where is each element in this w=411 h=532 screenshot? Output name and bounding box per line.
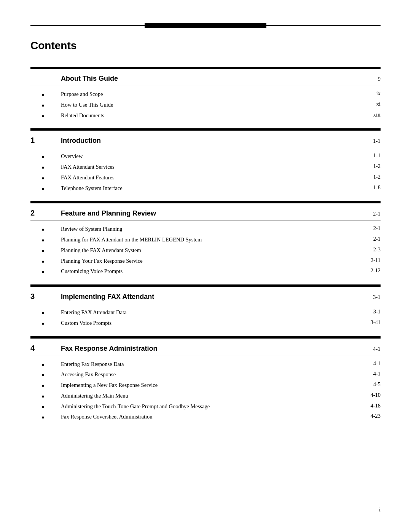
list-item: ■FAX Attendant Features1-2 <box>30 173 381 183</box>
bullet-icon: ■ <box>42 321 44 326</box>
list-item: ■FAX Attendant Services1-2 <box>30 162 381 173</box>
item-text: Review of System Planning <box>61 225 358 233</box>
section-header-ch1: 1Introduction1-1 <box>30 131 381 148</box>
item-text: Telephone System Interface <box>61 184 358 193</box>
list-item: ■Purpose and Scopeix <box>30 89 381 100</box>
item-page: 4-1 <box>358 360 381 367</box>
item-text: How to Use This Guide <box>61 101 358 109</box>
list-item: ■Implementing a New Fax Response Service… <box>30 380 381 391</box>
section-items-ch3: ■Entering FAX Attendant Data3-1■Custom V… <box>30 304 381 336</box>
item-page: 1-2 <box>358 174 381 180</box>
item-page: 1-8 <box>358 184 381 191</box>
bullet-icon: ■ <box>42 383 44 388</box>
item-text: Fax Response Coversheet Administration <box>61 413 358 421</box>
item-bullet-area: ■ <box>30 392 61 398</box>
item-bullet-area: ■ <box>30 101 61 107</box>
page-title: Contents <box>30 40 381 52</box>
section-page-ch1: 1-1 <box>358 138 381 144</box>
section-ch1: 1Introduction1-1■Overview1-1■FAX Attenda… <box>30 128 381 201</box>
bullet-icon: ■ <box>42 394 44 398</box>
item-page: 2-1 <box>358 236 381 242</box>
item-bullet-area: ■ <box>30 308 61 315</box>
item-page: xiii <box>358 112 381 118</box>
page: Contents About This Guide9■Purpose and S… <box>0 0 411 532</box>
item-text: Administering the Touch-Tone Gate Prompt… <box>61 403 358 411</box>
section-page-about: 9 <box>358 76 381 82</box>
item-text: Customizing Voice Prompts <box>61 267 358 276</box>
item-bullet-area: ■ <box>30 257 61 264</box>
item-text: Purpose and Scope <box>61 90 358 99</box>
top-bar <box>30 23 381 28</box>
item-text: Administering the Main Menu <box>61 392 358 400</box>
list-item: ■How to Use This Guidexi <box>30 100 381 110</box>
item-page: 3-1 <box>358 308 381 315</box>
bullet-icon: ■ <box>42 165 44 169</box>
item-text: Entering FAX Attendant Data <box>61 308 358 317</box>
item-bullet-area: ■ <box>30 413 61 419</box>
item-bullet-area: ■ <box>30 381 61 388</box>
item-text: Planning for FAX Attendant on the MERLIN… <box>61 236 358 244</box>
list-item: ■Related Documentsxiii <box>30 110 381 121</box>
item-page: 2-12 <box>358 267 381 274</box>
item-text: Related Documents <box>61 112 358 120</box>
bullet-icon: ■ <box>42 176 44 180</box>
item-bullet-area: ■ <box>30 319 61 326</box>
section-title-ch2: Feature and Planning Review <box>61 209 358 217</box>
item-bullet-area: ■ <box>30 163 61 169</box>
bullet-icon: ■ <box>42 155 44 159</box>
top-bar-right-line <box>266 25 381 26</box>
bullet-icon: ■ <box>42 93 44 97</box>
section-items-about: ■Purpose and Scopeix■How to Use This Gui… <box>30 86 381 128</box>
bullet-icon: ■ <box>42 187 44 191</box>
item-text: FAX Attendant Services <box>61 163 358 171</box>
section-ch3: 3Implementing FAX Attendant3-1■Entering … <box>30 284 381 336</box>
item-bullet-area: ■ <box>30 184 61 191</box>
bullet-icon: ■ <box>42 270 44 274</box>
item-bullet-area: ■ <box>30 267 61 274</box>
section-header-ch4: 4Fax Response Administration4-1 <box>30 339 381 356</box>
list-item: ■Overview1-1 <box>30 151 381 162</box>
item-text: Implementing a New Fax Response Service <box>61 381 358 390</box>
section-number-ch2: 2 <box>30 209 61 217</box>
section-title-ch3: Implementing FAX Attendant <box>61 293 358 301</box>
item-page: 1-2 <box>358 163 381 169</box>
toc-container: About This Guide9■Purpose and Scopeix■Ho… <box>30 67 381 430</box>
section-header-ch2: 2Feature and Planning Review2-1 <box>30 203 381 221</box>
item-text: Overview <box>61 152 358 161</box>
section-ch4: 4Fax Response Administration4-1■Entering… <box>30 336 381 430</box>
item-text: Planning Your Fax Response Service <box>61 257 358 265</box>
bullet-icon: ■ <box>42 363 44 367</box>
item-bullet-area: ■ <box>30 371 61 377</box>
item-bullet-area: ■ <box>30 360 61 367</box>
section-about: About This Guide9■Purpose and Scopeix■Ho… <box>30 67 381 128</box>
item-page: 2-11 <box>358 257 381 264</box>
item-bullet-area: ■ <box>30 152 61 159</box>
bullet-icon: ■ <box>42 311 44 315</box>
item-bullet-area: ■ <box>30 246 61 253</box>
item-page: 4-23 <box>358 413 381 419</box>
item-page: 4-18 <box>358 403 381 409</box>
section-title-ch1: Introduction <box>61 137 358 145</box>
item-bullet-area: ■ <box>30 403 61 409</box>
bullet-icon: ■ <box>42 405 44 409</box>
item-text: Planning the FAX Attendant System <box>61 246 358 255</box>
item-page: 1-1 <box>358 152 381 159</box>
section-page-ch2: 2-1 <box>358 211 381 217</box>
list-item: ■Accessing Fax Response4-1 <box>30 369 381 380</box>
bullet-icon: ■ <box>42 103 44 107</box>
list-item: ■Planning the FAX Attendant System2-3 <box>30 245 381 256</box>
list-item: ■Planning for FAX Attendant on the MERLI… <box>30 235 381 245</box>
list-item: ■Administering the Main Menu4-10 <box>30 391 381 401</box>
item-page: 4-5 <box>358 381 381 388</box>
list-item: ■Entering Fax Response Data4-1 <box>30 359 381 370</box>
bullet-icon: ■ <box>42 114 44 118</box>
item-page: 4-10 <box>358 392 381 398</box>
item-bullet-area: ■ <box>30 236 61 242</box>
section-header-about: About This Guide9 <box>30 69 381 86</box>
item-page: 4-1 <box>358 371 381 377</box>
item-bullet-area: ■ <box>30 225 61 232</box>
item-page: 2-1 <box>358 225 381 232</box>
list-item: ■Planning Your Fax Response Service2-11 <box>30 256 381 267</box>
section-page-ch3: 3-1 <box>358 294 381 300</box>
section-number-ch1: 1 <box>30 136 61 145</box>
